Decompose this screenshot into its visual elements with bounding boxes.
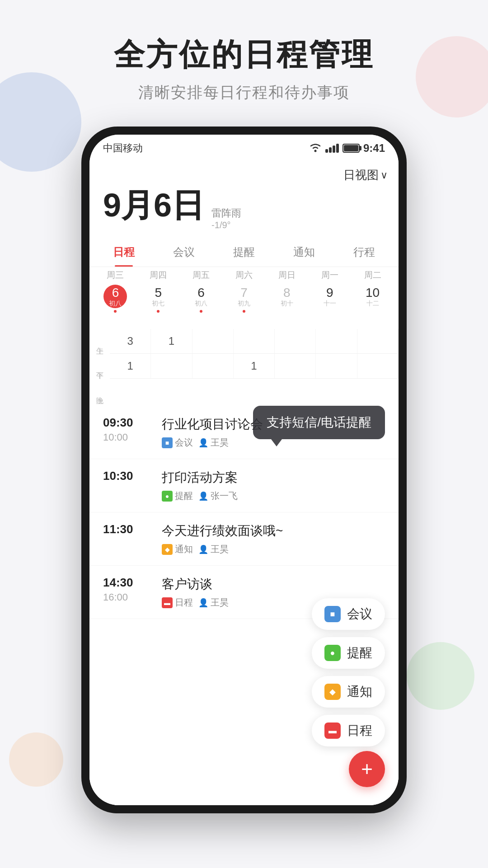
week-day-1[interactable]: 周四5初七 bbox=[137, 266, 180, 313]
week-calendar: 周三6初八周四5初七周五6初八周六7初九周日8初十周一9十一周二10十二 bbox=[89, 266, 399, 313]
week-day-0[interactable]: 周三6初八 bbox=[94, 266, 137, 313]
event-meta: ●提醒👤张一飞 bbox=[162, 490, 385, 502]
week-day-lunar: 初八 bbox=[195, 300, 207, 306]
week-day-name: 周四 bbox=[137, 266, 180, 285]
tooltip-popup: 支持短信/电话提醒 bbox=[253, 406, 385, 439]
quick-add-btn-icon: ■ bbox=[324, 606, 341, 622]
week-day-name: 周一 bbox=[308, 266, 351, 285]
person-icon: 👤 bbox=[198, 491, 208, 501]
event-type-icon: ◆ bbox=[162, 544, 173, 555]
tab-会议[interactable]: 会议 bbox=[154, 238, 214, 267]
event-type-badge: ▬日程 bbox=[162, 596, 193, 609]
schedule-cell: 0 bbox=[192, 329, 234, 353]
tab-日程[interactable]: 日程 bbox=[94, 238, 154, 267]
header-section: 全方位的日程管理 清晰安排每日行程和待办事项 bbox=[0, 36, 488, 103]
person-name: 王昊 bbox=[211, 543, 229, 555]
schedule-cell: 0 bbox=[357, 329, 399, 353]
week-day-3[interactable]: 周六7初九 bbox=[223, 266, 266, 313]
time-period-下午: 下午 bbox=[89, 354, 110, 379]
quick-add-btn-notice[interactable]: ◆通知 bbox=[312, 676, 385, 708]
week-day-number: 5初七 bbox=[146, 285, 170, 308]
event-person: 👤张一飞 bbox=[198, 490, 238, 502]
tooltip-text: 支持短信/电话提醒 bbox=[267, 415, 371, 429]
fab-button[interactable]: + bbox=[349, 751, 385, 787]
event-title: 客户访谈 bbox=[162, 576, 385, 593]
schedule-row-1: 1001000 bbox=[110, 354, 399, 379]
week-day-lunar: 初八 bbox=[109, 300, 122, 306]
event-item[interactable]: 11:30今天进行绩效面谈哦~◆通知👤王昊 bbox=[89, 512, 399, 566]
schedule-cell: 0 bbox=[275, 354, 316, 378]
weather-temp: -1/9° bbox=[211, 220, 241, 230]
quick-add-btn-label: 提醒 bbox=[347, 644, 372, 662]
view-selector-label: 日视图 bbox=[343, 167, 379, 183]
chevron-down-icon: ∨ bbox=[380, 169, 388, 181]
view-selector[interactable]: 日视图 ∨ bbox=[343, 167, 388, 183]
phone-screen: 中国移动 bbox=[89, 135, 399, 805]
event-type-icon: ■ bbox=[162, 437, 173, 448]
schedule-cell: 0 bbox=[151, 354, 192, 378]
person-icon: 👤 bbox=[198, 598, 208, 608]
week-day-5[interactable]: 周一9十一 bbox=[308, 266, 351, 313]
time-period-上午: 上午 bbox=[89, 329, 110, 354]
week-day-number: 8初十 bbox=[275, 285, 299, 308]
schedule-cell: 1 bbox=[234, 354, 275, 378]
tab-通知[interactable]: 通知 bbox=[274, 238, 334, 267]
schedule-cell: 0 bbox=[275, 329, 316, 353]
schedule-cell: 0 bbox=[357, 354, 399, 378]
schedule-cell: 1 bbox=[151, 329, 192, 353]
quick-add-btn-reminder[interactable]: ●提醒 bbox=[312, 637, 385, 669]
quick-add-btn-schedule[interactable]: ▬日程 bbox=[312, 715, 385, 746]
event-type-label: 会议 bbox=[175, 436, 193, 449]
event-item[interactable]: 10:30打印活动方案●提醒👤张一飞 bbox=[89, 459, 399, 512]
tab-提醒[interactable]: 提醒 bbox=[214, 238, 274, 267]
quick-add-btn-icon: ▬ bbox=[324, 723, 341, 739]
quick-add-btn-icon: ◆ bbox=[324, 684, 341, 700]
week-day-number: 7初九 bbox=[232, 285, 256, 308]
week-day-name: 周六 bbox=[223, 266, 266, 285]
quick-add-panel: ■会议●提醒◆通知▬日程 bbox=[312, 598, 385, 746]
event-meta: ◆通知👤王昊 bbox=[162, 543, 385, 555]
event-time-col: 09:3010:00 bbox=[103, 416, 153, 443]
week-day-dot bbox=[114, 310, 117, 313]
person-icon: 👤 bbox=[198, 544, 208, 554]
event-time-col: 14:3016:00 bbox=[103, 576, 153, 603]
event-title: 今天进行绩效面谈哦~ bbox=[162, 522, 385, 540]
status-right: 9:41 bbox=[309, 142, 385, 155]
wifi-icon bbox=[309, 142, 322, 155]
week-day-name: 周五 bbox=[180, 266, 223, 285]
tab-行程[interactable]: 行程 bbox=[334, 238, 394, 267]
schedule-row-0: 3100000 bbox=[110, 329, 399, 354]
quick-add-btn-icon: ● bbox=[324, 645, 341, 661]
week-day-dot bbox=[243, 310, 245, 313]
week-day-number: 6初八 bbox=[189, 285, 213, 308]
week-day-6[interactable]: 周二10十二 bbox=[351, 266, 394, 313]
quick-add-btn-label: 日程 bbox=[347, 722, 372, 739]
weather-desc: 雷阵雨 bbox=[211, 206, 241, 220]
time-label: 9:41 bbox=[363, 142, 385, 155]
signal-icon bbox=[325, 144, 339, 153]
event-type-icon: ● bbox=[162, 491, 173, 502]
event-title: 打印活动方案 bbox=[162, 469, 385, 486]
week-day-4[interactable]: 周日8初十 bbox=[265, 266, 308, 313]
event-type-label: 通知 bbox=[175, 543, 193, 555]
event-start-time: 14:30 bbox=[103, 576, 153, 590]
event-type-badge: ■会议 bbox=[162, 436, 193, 449]
schedule-cell: 0 bbox=[316, 329, 357, 353]
week-day-lunar: 初九 bbox=[238, 300, 250, 306]
event-type-label: 日程 bbox=[175, 596, 193, 609]
event-start-time: 10:30 bbox=[103, 469, 153, 483]
event-person: 👤王昊 bbox=[198, 436, 229, 449]
quick-add-btn-meeting[interactable]: ■会议 bbox=[312, 598, 385, 630]
week-day-2[interactable]: 周五6初八 bbox=[180, 266, 223, 313]
event-type-badge: ◆通知 bbox=[162, 543, 193, 555]
event-details: 今天进行绩效面谈哦~◆通知👤王昊 bbox=[162, 522, 385, 555]
schedule-cell: 1 bbox=[110, 354, 151, 378]
event-type-label: 提醒 bbox=[175, 490, 193, 502]
event-type-icon: ▬ bbox=[162, 597, 173, 608]
status-bar: 中国移动 bbox=[89, 135, 399, 162]
schedule-cell: 0 bbox=[192, 354, 234, 378]
tab-bar: 日程会议提醒通知行程 bbox=[89, 238, 399, 267]
header-title: 全方位的日程管理 bbox=[0, 36, 488, 73]
person-name: 张一飞 bbox=[211, 490, 238, 502]
week-day-name: 周三 bbox=[94, 266, 137, 285]
